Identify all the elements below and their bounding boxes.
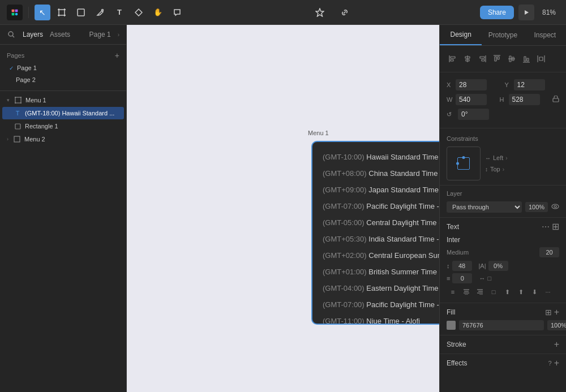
menu-item[interactable]: (GMT-10:00) Hawaii Standard Time - Honol… bbox=[312, 149, 439, 165]
text-section: Text ⋯ ⊞ Inter Medium ↕ |A| bbox=[440, 218, 566, 303]
y-input[interactable] bbox=[514, 79, 545, 91]
rotation-row: ↺ bbox=[447, 109, 559, 120]
paragraph-spacing-input[interactable] bbox=[452, 273, 472, 283]
components-tool[interactable] bbox=[131, 5, 147, 20]
w-input[interactable] bbox=[456, 94, 487, 105]
play-button[interactable] bbox=[518, 5, 534, 20]
right-tabs: Design Prototype Inspect bbox=[440, 25, 566, 46]
menu-item[interactable]: (GMT-04:00) Eastern Daylight Time - New … bbox=[312, 280, 439, 296]
layer-menu1[interactable]: ▾ Menu 1 bbox=[2, 94, 124, 106]
tab-prototype[interactable]: Prototype bbox=[482, 25, 524, 45]
menu-item[interactable]: (GMT+09:00) Japan Standard Time - Tokyo bbox=[312, 182, 439, 198]
menu-item[interactable]: (GMT+05:30) India Standard Time - Kolkat… bbox=[312, 231, 439, 247]
tab-layers[interactable]: Layers bbox=[23, 29, 43, 40]
fill-color-swatch[interactable] bbox=[447, 321, 456, 330]
text-vertical-middle-btn[interactable]: ⬆ bbox=[514, 286, 527, 298]
text-header-actions: ⋯ ⊞ bbox=[542, 222, 559, 231]
canvas[interactable]: Menu 1 (GMT-10:00) Hawaii Standard Time … bbox=[127, 25, 439, 392]
stroke-section: Stroke + bbox=[440, 335, 566, 354]
h-input[interactable] bbox=[509, 94, 540, 105]
xy-row: X Y bbox=[447, 79, 559, 91]
font-weight-select[interactable]: Medium bbox=[447, 249, 469, 256]
blend-mode-select[interactable]: Pass through Normal Multiply Screen bbox=[447, 201, 522, 213]
menu-item[interactable]: (GMT+08:00) China Standard Time - Shangh… bbox=[312, 165, 439, 182]
visibility-toggle[interactable] bbox=[551, 203, 559, 211]
menu-item[interactable]: (GMT-05:00) Central Daylight Time - Chic… bbox=[312, 214, 439, 231]
plugin-icon[interactable] bbox=[312, 5, 328, 20]
svg-rect-41 bbox=[495, 57, 496, 61]
text-more-btn[interactable]: ··· bbox=[542, 286, 554, 298]
svg-point-54 bbox=[554, 205, 556, 208]
text-align-center-btn[interactable] bbox=[460, 286, 473, 298]
layer-rect1[interactable]: Rectangle 1 bbox=[2, 120, 124, 132]
text-align-left-btn[interactable]: ≡ bbox=[447, 286, 459, 298]
frame-tool[interactable] bbox=[54, 5, 70, 20]
fill-options-icon[interactable]: ⊞ bbox=[545, 308, 552, 317]
align-middle-btn[interactable] bbox=[505, 53, 518, 65]
add-effect-button[interactable]: + bbox=[554, 359, 559, 368]
link-proportions-btn[interactable] bbox=[552, 96, 559, 104]
menu-item[interactable]: (GMT-11:00) Niue Time - Alofi bbox=[312, 313, 439, 325]
page-1-label: Page 1 bbox=[17, 64, 37, 71]
layer-menu2[interactable]: › Menu 2 bbox=[2, 133, 124, 145]
effects-help-icon[interactable]: ? bbox=[548, 360, 552, 367]
share-button[interactable]: Share bbox=[480, 6, 514, 19]
shape-tool[interactable] bbox=[73, 5, 89, 20]
select-tool[interactable]: ↖ bbox=[35, 5, 50, 20]
tab-inspect[interactable]: Inspect bbox=[524, 25, 566, 45]
font-size-input[interactable] bbox=[539, 247, 559, 257]
hand-tool[interactable]: ✋ bbox=[150, 5, 166, 20]
align-center-h-btn[interactable] bbox=[461, 53, 474, 65]
constraints-row: ↔ Left › ↕ Top › bbox=[447, 147, 559, 180]
svg-marker-17 bbox=[525, 10, 529, 15]
link-icon[interactable] bbox=[337, 5, 353, 20]
svg-rect-48 bbox=[527, 58, 529, 61]
search-icon[interactable] bbox=[7, 30, 16, 39]
align-top-btn[interactable] bbox=[491, 53, 503, 65]
zoom-selector[interactable]: 81% bbox=[539, 6, 559, 19]
tab-design[interactable]: Design bbox=[440, 25, 482, 45]
text-align-justify-btn[interactable]: □ bbox=[487, 286, 500, 298]
svg-point-15 bbox=[102, 9, 104, 11]
x-input[interactable] bbox=[456, 79, 487, 91]
svg-rect-51 bbox=[539, 57, 543, 61]
page-item-1[interactable]: ✓ Page 1 bbox=[2, 62, 124, 74]
constraints-section: Constraints ↔ Left › ↕ To bbox=[440, 128, 566, 186]
menu-frame[interactable]: (GMT-10:00) Hawaii Standard Time - Honol… bbox=[311, 141, 439, 325]
line-height-field: ↕ bbox=[447, 261, 472, 271]
line-height-input[interactable] bbox=[452, 261, 472, 271]
fill-opacity-input[interactable] bbox=[547, 320, 566, 330]
fill-hex-input[interactable] bbox=[459, 320, 544, 330]
layer-text1[interactable]: T (GMT-18:00) Hawaii Standard ... bbox=[2, 107, 124, 119]
align-right-btn[interactable] bbox=[476, 53, 488, 65]
svg-rect-1 bbox=[12, 12, 15, 15]
add-page-button[interactable]: + bbox=[115, 51, 119, 59]
menu-item[interactable]: (GMT-07:00) Pacific Daylight Time - Los … bbox=[312, 296, 439, 313]
effects-actions: ? + bbox=[548, 359, 559, 368]
figma-logo[interactable] bbox=[7, 5, 23, 20]
tab-assets[interactable]: Assets bbox=[50, 29, 70, 40]
menu-item[interactable]: (GMT+02:00) Central European Summer Time… bbox=[312, 247, 439, 264]
text-tool[interactable]: T bbox=[112, 5, 127, 20]
left-panel: Layers Assets Page 1 › Pages + ✓ Page 1 … bbox=[0, 25, 127, 392]
align-left-btn[interactable] bbox=[447, 53, 459, 65]
add-stroke-button[interactable]: + bbox=[554, 340, 559, 349]
page-label[interactable]: Page 1 bbox=[89, 29, 111, 40]
page-item-2[interactable]: Page 2 bbox=[2, 74, 124, 85]
text-options-icon[interactable]: ⋯ bbox=[542, 222, 550, 231]
text-vertical-bottom-btn[interactable]: ⬇ bbox=[528, 286, 541, 298]
text-expand-icon[interactable]: ⊞ bbox=[552, 222, 559, 231]
menu-item[interactable]: (GMT+01:00) British Summer Time - London bbox=[312, 264, 439, 280]
add-fill-button[interactable]: + bbox=[554, 308, 559, 317]
menu-item[interactable]: (GMT-07:00) Pacific Daylight Time - San … bbox=[312, 198, 439, 214]
text-vertical-top-btn[interactable]: ⬆ bbox=[501, 286, 513, 298]
comment-tool[interactable] bbox=[169, 5, 185, 20]
text-align-right-btn[interactable] bbox=[474, 286, 486, 298]
svg-rect-47 bbox=[524, 57, 526, 61]
pen-tool[interactable] bbox=[92, 5, 108, 20]
rotation-input[interactable] bbox=[458, 109, 489, 120]
letter-spacing-input[interactable] bbox=[488, 261, 508, 271]
align-bottom-btn[interactable] bbox=[520, 53, 533, 65]
opacity-input[interactable] bbox=[525, 202, 548, 212]
distribute-btn[interactable] bbox=[535, 53, 547, 65]
